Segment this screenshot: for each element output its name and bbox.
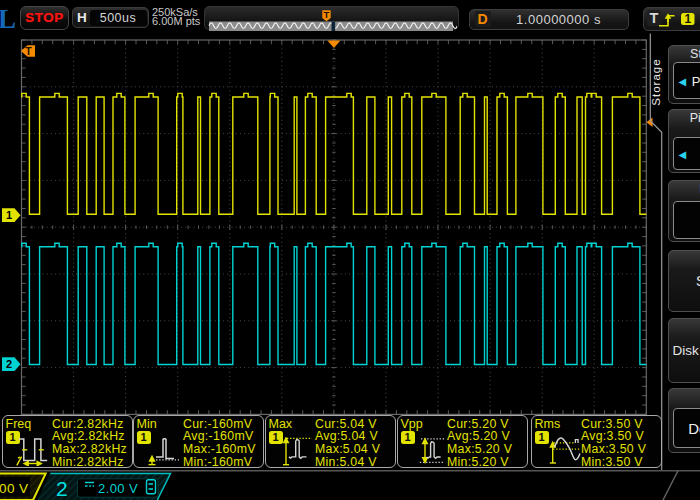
svg-text:1: 1 (684, 12, 691, 26)
svg-text:T: T (324, 9, 330, 20)
svg-text:2.00 V: 2.00 V (98, 481, 138, 496)
svg-text:2: 2 (56, 477, 68, 500)
svg-text:2.00 V: 2.00 V (0, 481, 28, 496)
